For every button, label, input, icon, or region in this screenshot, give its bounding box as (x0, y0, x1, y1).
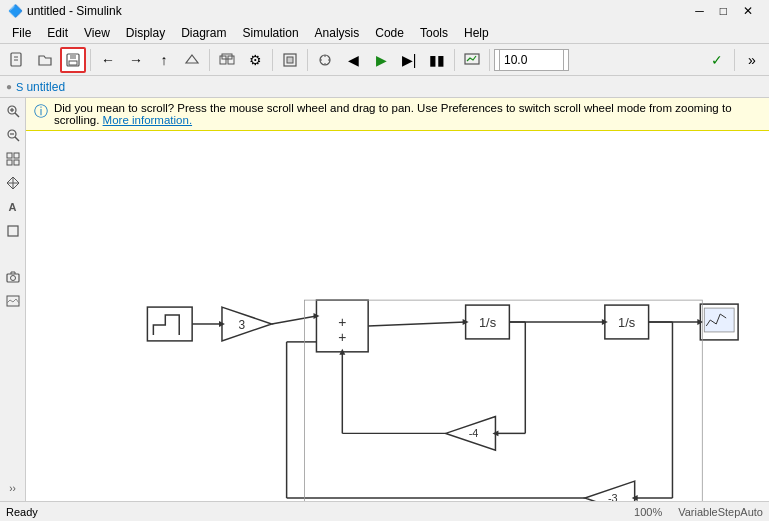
sep3 (272, 49, 273, 71)
fit-btn[interactable] (277, 47, 303, 73)
menu-file[interactable]: File (4, 24, 39, 42)
sep7 (734, 49, 735, 71)
sep1 (90, 49, 91, 71)
svg-text:+: + (338, 329, 346, 345)
more-btn[interactable]: » (739, 47, 765, 73)
sep2 (209, 49, 210, 71)
svg-marker-30 (222, 307, 272, 341)
sep5 (454, 49, 455, 71)
zoom-level: 100% (634, 506, 662, 518)
text-btn[interactable]: A (2, 196, 24, 218)
status-text: Ready (6, 506, 38, 518)
svg-rect-25 (8, 226, 18, 236)
svg-rect-22 (14, 153, 19, 158)
step-fwd-btn[interactable]: ▶| (396, 47, 422, 73)
signal-builder-block[interactable] (147, 307, 192, 341)
info-link[interactable]: More information. (103, 114, 192, 126)
svg-rect-24 (14, 160, 19, 165)
left-sidebar: A ›› (0, 98, 26, 501)
navigate-up-btn[interactable] (179, 47, 205, 73)
menu-diagram[interactable]: Diagram (173, 24, 234, 42)
breadcrumb-label[interactable]: untitled (26, 80, 65, 94)
sim-time-dropdown[interactable]: 10.0 (494, 49, 569, 71)
library-btn[interactable] (214, 47, 240, 73)
breadcrumb-home[interactable]: S untitled (16, 80, 65, 94)
breadcrumb-bar: ● S untitled (0, 76, 769, 98)
gain2-block[interactable]: -4 (446, 416, 496, 450)
menu-view[interactable]: View (76, 24, 118, 42)
maximize-btn[interactable]: □ (712, 4, 735, 18)
step-back-btn[interactable]: ◀ (340, 47, 366, 73)
svg-text:3: 3 (239, 318, 246, 332)
connect-btn[interactable] (312, 47, 338, 73)
sum-block[interactable]: + + (316, 300, 368, 352)
window-title: untitled - Simulink (27, 4, 122, 18)
svg-text:1/s: 1/s (618, 315, 635, 330)
scope-btn[interactable] (459, 47, 485, 73)
app-icon: 🔷 (8, 4, 23, 18)
svg-rect-40 (704, 308, 734, 332)
menu-edit[interactable]: Edit (39, 24, 76, 42)
toolbar: ← → ↑ ⚙ ◀ ▶ ▶| ▮▮ 10.0 ✓ » (0, 44, 769, 76)
sep6 (489, 49, 490, 71)
svg-rect-8 (228, 56, 234, 64)
diagram-canvas[interactable]: 3 + + 1/s 1/s (26, 143, 769, 501)
rect-btn[interactable] (2, 220, 24, 242)
menu-display[interactable]: Display (118, 24, 173, 42)
svg-rect-4 (70, 54, 76, 59)
integrator1-block[interactable]: 1/s (466, 305, 510, 339)
main-area: A ›› ⓘ Did you mean to scroll? Press the… (0, 98, 769, 501)
menu-bar: File Edit View Display Diagram Simulatio… (0, 22, 769, 44)
svg-rect-21 (7, 153, 12, 158)
minimize-btn[interactable]: ─ (687, 4, 712, 18)
open-btn[interactable] (32, 47, 58, 73)
menu-simulation[interactable]: Simulation (235, 24, 307, 42)
zoom-out-btn[interactable] (2, 124, 24, 146)
info-banner: ⓘ Did you mean to scroll? Press the mous… (26, 98, 769, 131)
svg-text:+: + (338, 314, 346, 330)
menu-help[interactable]: Help (456, 24, 497, 42)
status-bar: Ready 100% VariableStepAuto (0, 501, 769, 521)
status-right: 100% VariableStepAuto (634, 506, 763, 518)
forward-btn[interactable]: → (123, 47, 149, 73)
svg-text:1/s: 1/s (479, 315, 496, 330)
pan-btn[interactable] (2, 172, 24, 194)
svg-point-27 (10, 276, 15, 281)
canvas-area: ⓘ Did you mean to scroll? Press the mous… (26, 98, 769, 501)
gain1-block[interactable]: 3 (222, 307, 272, 341)
menu-code[interactable]: Code (367, 24, 412, 42)
run-btn[interactable]: ▶ (368, 47, 394, 73)
sim-time-input[interactable]: 10.0 (499, 49, 564, 71)
svg-line-19 (15, 137, 19, 141)
status-left: Ready (6, 506, 38, 518)
info-icon: ⓘ (34, 103, 48, 121)
svg-text:-4: -4 (469, 427, 479, 439)
expand-btn[interactable]: ›› (2, 477, 24, 499)
save-btn[interactable] (60, 47, 86, 73)
gain3-block[interactable]: -3 (585, 481, 635, 501)
back-btn[interactable]: ← (95, 47, 121, 73)
scope-block[interactable] (700, 304, 738, 340)
new-btn[interactable] (4, 47, 30, 73)
zoom-in-btn[interactable] (2, 100, 24, 122)
camera-btn[interactable] (2, 266, 24, 288)
menu-analysis[interactable]: Analysis (307, 24, 368, 42)
svg-line-15 (15, 113, 19, 117)
svg-line-47 (272, 316, 317, 324)
svg-rect-29 (147, 307, 192, 341)
sep4 (307, 49, 308, 71)
svg-line-49 (368, 322, 465, 326)
svg-text:-3: -3 (608, 492, 618, 501)
integrator2-block[interactable]: 1/s (605, 305, 649, 339)
svg-rect-5 (69, 61, 77, 65)
close-btn[interactable]: ✕ (735, 4, 761, 18)
up-btn[interactable]: ↑ (151, 47, 177, 73)
image-btn[interactable] (2, 290, 24, 312)
check-btn[interactable]: ✓ (704, 47, 730, 73)
info-text: Did you mean to scroll? Press the mouse … (54, 102, 761, 126)
fit-view-btn[interactable] (2, 148, 24, 170)
svg-marker-6 (186, 55, 198, 63)
menu-tools[interactable]: Tools (412, 24, 456, 42)
stop-btn[interactable]: ▮▮ (424, 47, 450, 73)
settings-btn[interactable]: ⚙ (242, 47, 268, 73)
